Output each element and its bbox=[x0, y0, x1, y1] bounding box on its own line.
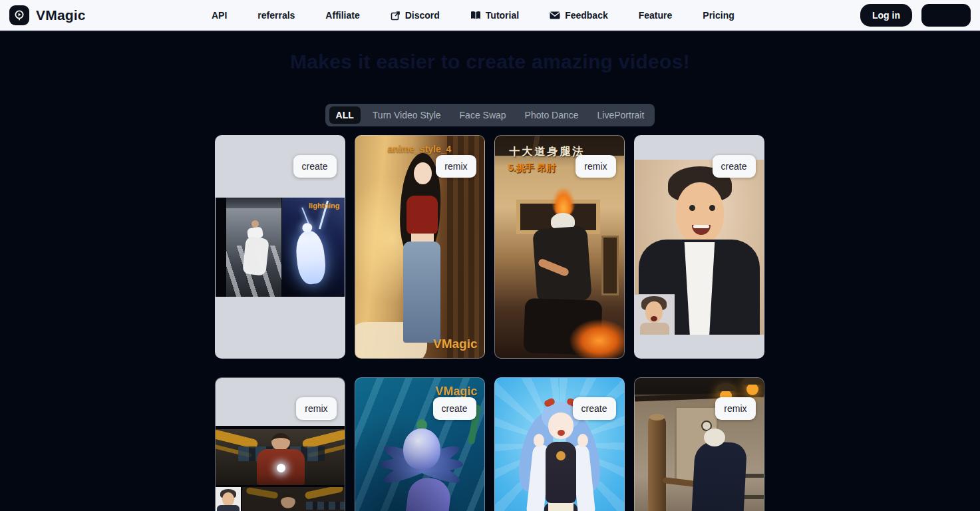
remix-button[interactable]: remix bbox=[715, 397, 755, 420]
technique-subtitle: 5.挑手 昂肘 bbox=[508, 162, 556, 174]
inset-woman-mouth bbox=[651, 316, 657, 321]
calligraphy-title: 十大道身腿法 bbox=[510, 145, 585, 159]
create-button[interactable]: create bbox=[293, 155, 337, 178]
tab-face-swap[interactable]: Face Swap bbox=[453, 106, 513, 124]
reaction-inset-video bbox=[635, 294, 675, 335]
nav-item-api[interactable]: API bbox=[212, 10, 227, 21]
create-button[interactable]: create bbox=[713, 155, 756, 178]
top-nav: VMagic API referrals Affiliate Discord bbox=[0, 0, 980, 32]
main-content: Makes it easier to create amazing videos… bbox=[0, 51, 980, 511]
gallery-grid: lightning create anime_style_4 VMagic re… bbox=[215, 135, 766, 511]
nav-item-label: API bbox=[212, 10, 227, 21]
create-button[interactable]: create bbox=[433, 397, 476, 420]
glowing-dancer-figure bbox=[293, 230, 327, 285]
gallery-card-faceswap-movie[interactable]: remix bbox=[215, 377, 345, 511]
red-crop-top bbox=[407, 196, 438, 234]
tab-turn-video-style[interactable]: Turn Video Style bbox=[366, 106, 448, 124]
gallery-card-martial-arts[interactable]: 十大道身腿法 5.挑手 昂肘 remix bbox=[494, 135, 625, 359]
anime-woman-face bbox=[414, 162, 432, 184]
filter-tabs: ALL Turn Video Style Face Swap Photo Dan… bbox=[325, 104, 655, 126]
nav-item-label: Pricing bbox=[703, 10, 734, 21]
style-label: lightning bbox=[309, 202, 339, 210]
gallery-card-underwater-creature[interactable]: VMagic create bbox=[355, 377, 485, 511]
dancer-pants bbox=[242, 236, 269, 275]
nav-item-feedback[interactable]: Feedback bbox=[550, 10, 608, 21]
inset-man-blazer bbox=[217, 505, 240, 511]
jeans bbox=[403, 242, 440, 343]
nav-actions: Log in bbox=[860, 4, 971, 27]
gold-bell-ornament bbox=[556, 451, 566, 460]
robot-arm bbox=[245, 487, 278, 499]
remix-button[interactable]: remix bbox=[296, 397, 336, 420]
gallery-card-cartoon-portrait[interactable]: create bbox=[634, 135, 764, 359]
nav-item-label: Feedback bbox=[565, 10, 608, 21]
nav-item-label: Affiliate bbox=[325, 10, 359, 21]
login-button[interactable]: Log in bbox=[860, 4, 912, 27]
girl-hand bbox=[577, 434, 588, 447]
hero-heading: Makes it easier to create amazing videos… bbox=[0, 51, 980, 73]
video-strip: lightning bbox=[216, 198, 345, 297]
cartoon-man-face bbox=[676, 182, 724, 245]
fire-glow bbox=[570, 319, 625, 359]
suited-man bbox=[688, 440, 746, 511]
nav-item-label: referrals bbox=[257, 10, 295, 21]
gallery-card-wooden-dummy[interactable]: remix bbox=[634, 377, 764, 511]
anime-lightning-frame: lightning bbox=[282, 198, 345, 297]
inset-man-face bbox=[222, 492, 234, 506]
nav-item-pricing[interactable]: Pricing bbox=[703, 10, 734, 21]
wall-scroll bbox=[601, 236, 619, 295]
nav-item-affiliate[interactable]: Affiliate bbox=[325, 10, 359, 21]
create-button[interactable]: create bbox=[573, 397, 616, 420]
actor-head bbox=[281, 494, 295, 508]
girl-mouth bbox=[558, 430, 565, 436]
gallery-card-anime-style[interactable]: anime_style_4 VMagic remix bbox=[355, 135, 485, 359]
tab-all[interactable]: ALL bbox=[329, 106, 361, 124]
faceswap-source-inset bbox=[216, 487, 241, 511]
nav-item-discord[interactable]: Discord bbox=[391, 10, 440, 21]
industrial-ceiling bbox=[226, 198, 281, 208]
nav-item-label: Discord bbox=[405, 10, 440, 21]
nav-item-tutorial[interactable]: Tutorial bbox=[470, 10, 519, 21]
vmagic-watermark: VMagic bbox=[435, 385, 477, 399]
hanging-lamp bbox=[746, 383, 758, 395]
gallery-card-dance-lightning[interactable]: lightning create bbox=[215, 135, 345, 359]
actor-head bbox=[271, 433, 290, 450]
envelope-icon bbox=[550, 11, 560, 19]
arc-reactor-glow bbox=[277, 464, 285, 472]
inset-woman-body bbox=[640, 323, 669, 335]
nav-item-label: Feature bbox=[639, 10, 673, 21]
girl-hand bbox=[534, 434, 544, 447]
movie-frame-dark bbox=[242, 487, 345, 511]
tab-liveportrait[interactable]: LivePortrait bbox=[591, 106, 651, 124]
brand[interactable]: VMagic bbox=[9, 5, 86, 25]
tab-photo-dance[interactable]: Photo Dance bbox=[518, 106, 585, 124]
style-caption: anime_style_4 bbox=[355, 144, 484, 154]
workshop-screens bbox=[306, 502, 345, 510]
vmagic-watermark: VMagic bbox=[433, 337, 478, 351]
play-circle-icon bbox=[9, 5, 29, 25]
cartoon-man-eye bbox=[709, 205, 715, 211]
remix-button[interactable]: remix bbox=[575, 155, 615, 178]
external-link-icon bbox=[391, 11, 401, 21]
nav-links: API referrals Affiliate Discord bbox=[96, 10, 850, 21]
real-dancer-frame bbox=[226, 198, 281, 297]
wooden-dummy bbox=[648, 415, 666, 511]
robot-arm bbox=[304, 487, 343, 500]
cartoon-man-eye bbox=[689, 205, 695, 211]
movie-frame bbox=[216, 429, 345, 485]
gallery-card-anime-girl[interactable]: create bbox=[494, 377, 625, 511]
brand-name: VMagic bbox=[36, 7, 86, 23]
nav-item-label: Tutorial bbox=[486, 10, 519, 21]
remix-button[interactable]: remix bbox=[436, 155, 476, 178]
lightning-bolt bbox=[301, 208, 309, 224]
white-hair bbox=[704, 428, 725, 446]
nav-cta-button[interactable] bbox=[921, 4, 971, 27]
nav-item-referrals[interactable]: referrals bbox=[257, 10, 295, 21]
book-icon bbox=[470, 11, 481, 20]
nav-item-feature[interactable]: Feature bbox=[639, 10, 673, 21]
